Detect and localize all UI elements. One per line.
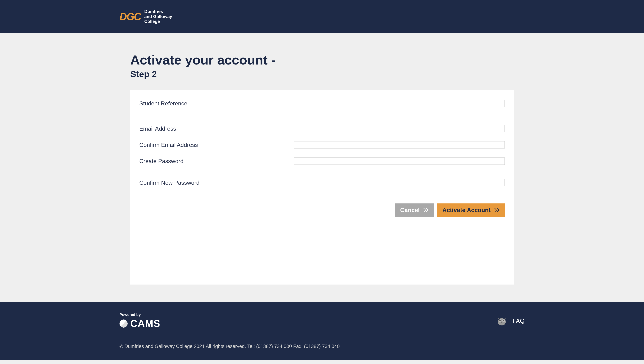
page-header: DGC Dumfries and Galloway College bbox=[0, 0, 644, 33]
cams-logo: CAMS bbox=[120, 318, 160, 329]
page-footer: Powered by CAMS FAQ © Dumfri bbox=[0, 302, 644, 360]
email-input[interactable] bbox=[294, 125, 505, 132]
password-input[interactable] bbox=[294, 157, 505, 165]
student-reference-label: Student Reference bbox=[139, 100, 294, 107]
page-subtitle: Step 2 bbox=[130, 69, 514, 79]
cams-circle-icon bbox=[120, 319, 128, 328]
cams-text: CAMS bbox=[130, 318, 160, 329]
svg-point-4 bbox=[503, 320, 504, 321]
copyright-text: © Dumfries and Galloway College 2021 All… bbox=[120, 344, 524, 349]
confirm-email-label: Confirm Email Address bbox=[139, 142, 294, 148]
confirm-email-input[interactable] bbox=[294, 141, 505, 148]
logo-mark: DGC bbox=[120, 11, 141, 23]
password-label: Create Password bbox=[139, 158, 294, 164]
chevron-right-icon bbox=[494, 208, 500, 213]
svg-point-3 bbox=[499, 320, 501, 321]
owl-icon bbox=[496, 315, 507, 326]
college-logo: DGC Dumfries and Galloway College bbox=[120, 9, 172, 24]
powered-by-label: Powered by bbox=[120, 312, 160, 317]
cancel-button-label: Cancel bbox=[400, 207, 420, 214]
activate-button-label: Activate Account bbox=[442, 207, 491, 214]
email-label: Email Address bbox=[139, 125, 294, 132]
form-buttons: Cancel Activate Account bbox=[139, 204, 505, 217]
faq-section[interactable]: FAQ bbox=[496, 315, 524, 326]
faq-link[interactable]: FAQ bbox=[512, 317, 524, 324]
chevron-right-icon bbox=[423, 208, 429, 213]
student-reference-input[interactable] bbox=[294, 100, 505, 107]
confirm-password-label: Confirm New Password bbox=[139, 179, 294, 186]
activation-form-card: Student Reference Email Address Confirm … bbox=[130, 90, 514, 285]
activate-account-button[interactable]: Activate Account bbox=[437, 204, 505, 217]
confirm-password-input[interactable] bbox=[294, 179, 505, 186]
cancel-button[interactable]: Cancel bbox=[395, 204, 434, 217]
page-title-section: Activate your account - Step 2 bbox=[130, 53, 514, 79]
powered-by-section: Powered by CAMS bbox=[120, 312, 160, 329]
page-title: Activate your account - bbox=[130, 53, 514, 67]
logo-text: Dumfries and Galloway College bbox=[144, 9, 172, 24]
